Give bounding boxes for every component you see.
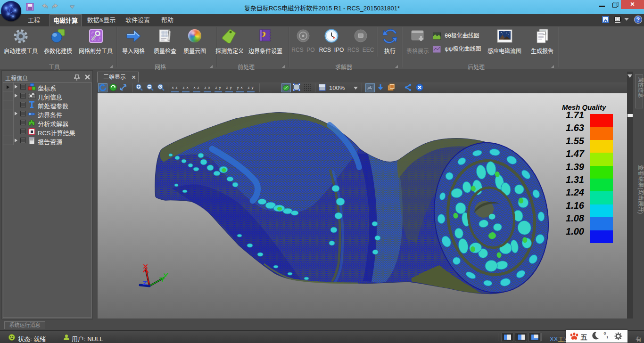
svg-text:属性信息: 属性信息 [638, 77, 644, 98]
svg-text:查看结果(双击展开): 查看结果(双击展开) [637, 165, 644, 214]
